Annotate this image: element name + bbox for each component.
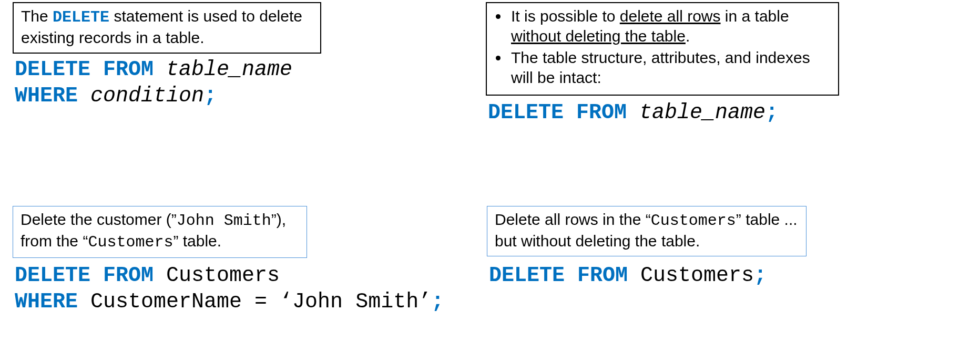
semicolon: ; xyxy=(754,264,767,287)
placeholder-table-name: table_name xyxy=(166,58,292,81)
syntax-line2: WHERE condition; xyxy=(15,83,292,109)
kw-delete-from: DELETE FROM xyxy=(489,264,628,287)
ex1-table: Customers xyxy=(166,264,280,287)
placeholder-table-name: table_name xyxy=(639,101,765,125)
syntax-line1: DELETE FROM table_name xyxy=(15,57,292,83)
semicolon: ; xyxy=(765,101,778,125)
kw-delete-from: DELETE FROM xyxy=(488,101,627,125)
t1-tq2: ” xyxy=(173,232,178,250)
b1-underline-1: delete all rows xyxy=(620,7,721,25)
ex1-condition: CustomerName = ‘John Smith’ xyxy=(90,290,431,314)
ex1-line1: DELETE FROM Customers xyxy=(15,263,444,289)
placeholder-condition: condition xyxy=(90,84,204,108)
t1-name: John Smith xyxy=(177,212,271,230)
t2-tq1: “ xyxy=(646,211,651,228)
kw-delete-from: DELETE FROM xyxy=(15,264,154,287)
b1-post: . xyxy=(686,27,690,45)
delete-notes-box: It is possible to delete all rows in a t… xyxy=(486,2,839,96)
kw-delete-from: DELETE FROM xyxy=(15,58,154,81)
notes-bullet-2: The table structure, attributes, and ind… xyxy=(509,48,831,87)
t2-table: Customers xyxy=(651,212,736,230)
ex1-line2: WHERE CustomerName = ‘John Smith’; xyxy=(15,289,444,315)
intro-text-pre: The xyxy=(21,7,53,25)
b1-pre: It is possible to xyxy=(511,7,620,25)
t2-pre: Delete all rows in the xyxy=(495,211,646,228)
ex2-table: Customers xyxy=(640,264,754,287)
delete-intro-box: The DELETE statement is used to delete e… xyxy=(13,2,321,54)
notes-list: It is possible to delete all rows in a t… xyxy=(494,6,831,87)
kw-where: WHERE xyxy=(15,290,78,314)
t1-q1: ” xyxy=(171,211,177,228)
t1-table: Customers xyxy=(88,233,173,251)
notes-bullet-1: It is possible to delete all rows in a t… xyxy=(509,6,831,46)
b1-underline-2: without deleting the table xyxy=(511,27,686,45)
t1-post: table. xyxy=(178,232,221,250)
semicolon: ; xyxy=(204,84,217,108)
task-delete-all-rows: Delete all rows in the “Customers” table… xyxy=(487,206,807,256)
b1-mid: in a table xyxy=(721,7,789,25)
t1-pre: Delete the customer ( xyxy=(21,211,171,228)
t2-tq2: ” xyxy=(736,211,741,228)
intro-keyword: DELETE xyxy=(53,8,109,26)
example-delete-all-customers: DELETE FROM Customers; xyxy=(489,263,767,289)
delete-syntax-all-rows: DELETE FROM table_name; xyxy=(488,100,778,126)
delete-syntax-with-where: DELETE FROM table_name WHERE condition; xyxy=(15,57,292,109)
t1-q2: ” xyxy=(271,211,277,228)
task-delete-john-smith: Delete the customer (”John Smith”), from… xyxy=(13,206,307,258)
kw-where: WHERE xyxy=(15,84,78,108)
example-delete-john-smith: DELETE FROM Customers WHERE CustomerName… xyxy=(15,263,444,315)
t1-tq1: “ xyxy=(83,232,88,250)
semicolon: ; xyxy=(431,290,444,314)
